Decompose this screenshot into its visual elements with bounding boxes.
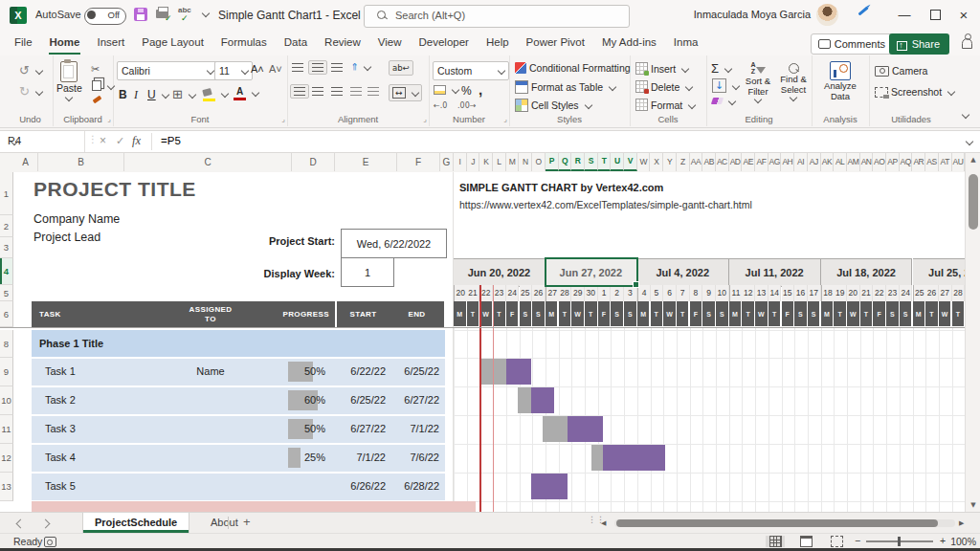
menu-tab-insert[interactable]: Insert [88, 31, 133, 55]
share-button[interactable]: Share [889, 33, 949, 55]
task-end-date[interactable]: 7/1/22 [390, 415, 439, 443]
column-header-AG[interactable]: AG [768, 153, 782, 171]
column-header-AK[interactable]: AK [821, 153, 835, 171]
gantt-bar-gray[interactable] [518, 387, 531, 413]
column-header-S[interactable]: S [585, 153, 598, 171]
gantt-day-number[interactable]: 20 [847, 285, 860, 301]
number-format-select[interactable]: Custom [433, 61, 509, 80]
gantt-day-number[interactable]: 27 [546, 285, 560, 301]
align-top-button[interactable] [292, 63, 303, 72]
column-header-E[interactable]: E [335, 153, 397, 171]
gantt-bar-purple[interactable] [568, 416, 603, 442]
comments-button[interactable]: Comments [811, 33, 894, 55]
align-right-button[interactable] [331, 87, 343, 96]
column-header-AH[interactable]: AH [782, 153, 795, 171]
gantt-day-number[interactable]: 4 [637, 285, 652, 301]
row-header-5[interactable]: 5 [0, 285, 13, 301]
column-header-AM[interactable]: AM [847, 153, 860, 171]
hscroll-right-icon[interactable]: ▶ [959, 519, 964, 527]
gantt-day-number[interactable]: 8 [690, 285, 703, 301]
menu-tab-developer[interactable]: Developer [411, 31, 478, 55]
zoom-slider-thumb[interactable] [898, 537, 901, 546]
column-header-W[interactable]: W [637, 153, 651, 171]
worksheet[interactable]: PROJECT TITLE Company Name Project Lead … [0, 172, 965, 512]
task-start-date[interactable]: 7/1/22 [337, 444, 386, 472]
row-header-4[interactable]: 4 [0, 258, 13, 285]
gantt-bar-purple[interactable] [531, 387, 555, 413]
column-header-K[interactable]: K [479, 153, 493, 171]
gantt-week-5[interactable]: Jul 18, 2022 [821, 258, 913, 287]
formula-input[interactable]: =P5 [161, 135, 181, 146]
task-name[interactable]: Task 1 [45, 358, 169, 386]
gantt-day-number[interactable]: 19 [834, 285, 847, 301]
insert-function-icon[interactable]: fx [132, 134, 141, 148]
name-box[interactable]: P4 [0, 131, 85, 152]
fill-color-button[interactable] [203, 86, 228, 101]
menu-tab-help[interactable]: Help [478, 31, 518, 55]
save-icon[interactable] [134, 8, 147, 21]
font-size-select[interactable]: 11 [214, 61, 253, 80]
column-header-AF[interactable]: AF [755, 153, 768, 171]
column-header-AI[interactable]: AI [794, 153, 808, 171]
gantt-day-number[interactable]: 21 [860, 285, 874, 301]
task-end-date[interactable]: 7/6/22 [390, 444, 439, 472]
find-select-button[interactable]: Find & Select [777, 63, 810, 100]
gantt-bar-purple[interactable] [603, 445, 664, 471]
gantt-day-number[interactable]: 9 [702, 285, 716, 301]
column-header-O[interactable]: O [532, 153, 546, 171]
column-header-AU[interactable]: AU [952, 153, 965, 171]
format-as-table-button[interactable]: Format as Table [515, 80, 615, 94]
gantt-day-number[interactable]: 30 [585, 285, 598, 301]
column-header-I[interactable]: I [454, 153, 467, 171]
analyze-data-button[interactable]: Analyze Data [819, 61, 861, 101]
gantt-week-3[interactable]: Jul 4, 2022 [637, 258, 729, 287]
column-header-Z[interactable]: Z [677, 153, 690, 171]
orientation-button[interactable]: ⇗ [350, 61, 370, 72]
gantt-day-number[interactable]: 28 [952, 285, 965, 301]
conditional-formatting-button[interactable]: Conditional Formatting [515, 62, 643, 74]
gantt-week-1[interactable]: Jun 20, 2022 [454, 258, 546, 287]
task-name[interactable]: Task 5 [45, 473, 169, 500]
column-header-AP[interactable]: AP [886, 153, 900, 171]
sort-filter-button[interactable]: AZ Sort & Filter [741, 61, 775, 102]
column-header-Q[interactable]: Q [559, 153, 572, 171]
gantt-day-number[interactable]: 18 [821, 285, 835, 301]
excel-logo-icon[interactable]: X [10, 7, 27, 24]
row-header-10[interactable]: 10 [0, 386, 13, 415]
gantt-week-6[interactable]: Jul 25, 2022 [913, 258, 966, 287]
gantt-day-number[interactable]: 27 [939, 285, 952, 301]
cancel-formula-icon[interactable]: × [100, 134, 106, 147]
enter-formula-icon[interactable]: ✓ [116, 135, 124, 147]
column-header-AD[interactable]: AD [729, 153, 743, 171]
gantt-day-number[interactable]: 15 [782, 285, 795, 301]
gantt-day-number[interactable]: 25 [520, 285, 533, 301]
menu-tab-power-pivot[interactable]: Power Pivot [518, 31, 593, 55]
row-header-13[interactable]: 13 [0, 473, 13, 501]
horizontal-scroll-thumb[interactable] [616, 519, 938, 527]
row-header-1[interactable]: 1 [0, 172, 13, 215]
autosum-button[interactable]: Σ [711, 61, 731, 76]
gantt-day-number[interactable]: 29 [571, 285, 585, 301]
font-dialog-launcher[interactable]: ⌟ [281, 115, 285, 123]
gantt-day-number[interactable]: 26 [925, 285, 939, 301]
hscroll-left-icon[interactable]: ◀ [601, 519, 606, 527]
gantt-bar-gray[interactable] [591, 445, 603, 471]
comma-style-button[interactable]: , [479, 81, 482, 98]
zoom-in-button[interactable]: + [940, 535, 946, 546]
gantt-day-number[interactable]: 7 [677, 285, 690, 301]
task-progress-value[interactable]: 25% [249, 444, 325, 472]
gantt-day-number[interactable]: 22 [479, 285, 493, 301]
row-header-12[interactable]: 12 [0, 444, 13, 473]
horizontal-scrollbar[interactable] [614, 519, 955, 527]
decrease-indent-button[interactable] [350, 87, 362, 96]
column-header-AL[interactable]: AL [834, 153, 847, 171]
gantt-day-number[interactable]: 22 [873, 285, 886, 301]
menu-tab-file[interactable]: File [6, 31, 41, 55]
gantt-day-number[interactable]: 6 [663, 285, 677, 301]
gantt-bar-purple[interactable] [506, 359, 531, 385]
page-break-view-button[interactable] [827, 536, 846, 547]
clipboard-dialog-launcher[interactable]: ⌟ [107, 115, 111, 123]
gantt-day-number[interactable]: 16 [794, 285, 808, 301]
gantt-day-number[interactable]: 25 [913, 285, 927, 301]
row-header-2[interactable]: 2 [0, 215, 13, 237]
